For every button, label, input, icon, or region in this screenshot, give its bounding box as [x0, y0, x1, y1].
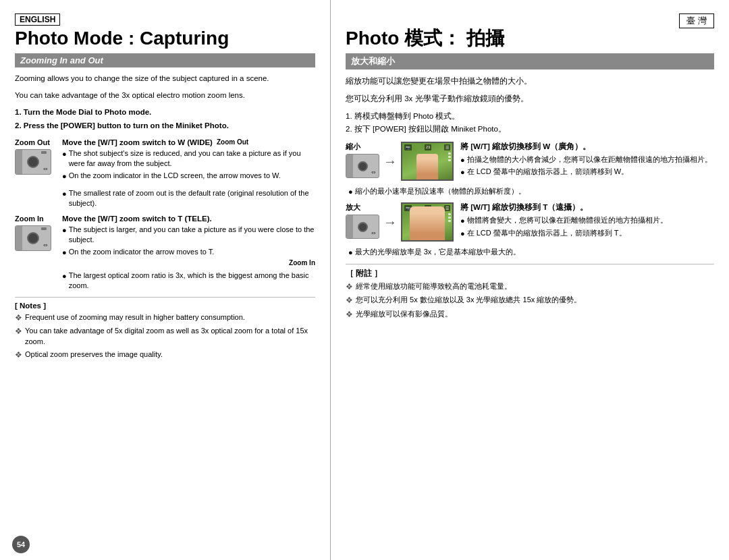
right-cam-label-in: 放大 ⇔ [346, 202, 379, 239]
cam-lens [27, 156, 39, 168]
right-lcd-out: 📷 23 ☰ [401, 142, 454, 181]
ri-bar-1 [448, 152, 451, 155]
step-zh-2-text: 2. 按下 [POWER] 按鈕以開啟 Miniket Photo。 [346, 125, 506, 133]
rzi-dot-extra: ● [348, 248, 353, 258]
right-zi-bullet-2: ● 在 LCD 螢幕中的縮放指示器上，箭頭將移到 T。 [460, 228, 714, 239]
ri-bar-6 [448, 220, 451, 222]
right-note-2-text: 您可以充分利用 5x 數位縮放以及 3x 光學縮放總共 15x 縮放的優勢。 [356, 295, 581, 306]
english-badge: ENGLISH [15, 13, 60, 26]
right-note-1: ❖ 經常使用縮放功能可能導致較高的電池耗電量。 [346, 281, 714, 293]
right-note-3-text: 光學縮放可以保有影像品質。 [356, 309, 452, 320]
bullet-dot-5: ● [62, 271, 67, 291]
section-header-left: Zooming In and Out [15, 53, 315, 67]
right-zoom-out-text: 將 [W/T] 縮放切換移到 W（廣角）。 ● 拍攝之物體的大小將會減少，您將可… [460, 142, 714, 181]
cam-lens-r2 [358, 222, 368, 232]
zoom-in-section: Zoom In ⇔ Move the [W/T] zoom switch to … [15, 215, 315, 267]
rzi-dot-2: ● [460, 229, 465, 239]
right-zi-extra: ● 最大的光學縮放率是 3x，它是基本縮放中最大的。 [348, 247, 714, 258]
notes-title-left: [ Notes ] [15, 302, 315, 310]
right-zoom-out-images: 縮小 ⇔ → 📷 23 ☰ [346, 142, 454, 181]
right-note-1-text: 經常使用縮放功能可能導致較高的電池耗電量。 [356, 281, 512, 293]
lcd-zoom-out: 📷 23 ☰ [401, 142, 454, 181]
lcd-icon-cam: 📷 [404, 144, 412, 150]
ri-bar-5 [448, 217, 451, 219]
right-header-row: 臺 灣 [346, 13, 714, 28]
zoom-in-bullet-1-text: The subject is larger, and you can take … [69, 225, 315, 246]
bullet-dot-4: ● [62, 248, 67, 258]
rzo-dot-1: ● [460, 155, 465, 165]
right-cam-label-out: 縮小 ⇔ [346, 142, 379, 178]
lcd-child-in [410, 206, 445, 240]
taiwan-badge: 臺 灣 [679, 13, 714, 28]
zoom-in-bullet-1: ● The subject is larger, and you can tak… [62, 225, 315, 246]
note-diamond-1: ❖ [15, 312, 22, 324]
ri-bar-3 [448, 159, 451, 161]
zoom-out-label2: Zoom Out [217, 138, 248, 146]
zoom-in-label: Zoom In [15, 215, 57, 223]
notes-title-right: ［ 附註 ］ [346, 269, 714, 279]
page-title-left: Photo Mode : Capturing [15, 28, 315, 49]
cam-grip-2 [16, 226, 22, 250]
note-2-text: You can take advantage of 5x digital zoo… [25, 326, 315, 347]
step-1: 1. Turn the Mode Dial to Photo mode. [15, 107, 315, 118]
right-zoom-in-text: 將 [W/T] 縮放切換移到 T（遠攝）。 ● 物體將會變大，您將可以像在距離物… [460, 202, 714, 242]
notes-section-left: [ Notes ] ❖ Frequent use of zooming may … [15, 297, 315, 362]
right-column: 臺 灣 Photo 模式： 拍攝 放大和縮小 縮放功能可以讓您變更在場景中拍攝之… [331, 0, 729, 560]
zoom-out-header: Move the [W/T] zoom switch to W (WIDE) [62, 138, 213, 146]
note-item-2: ❖ You can take advantage of 5x digital z… [15, 326, 315, 347]
cam-top-btn [41, 151, 47, 154]
note-1-text: Frequent use of zooming may result in hi… [25, 312, 245, 324]
rzi-dot-1: ● [460, 216, 465, 226]
rzo-dot-extra: ● [348, 187, 353, 197]
zoom-out-bullet-1-text: The shot subject's size is reduced, and … [69, 148, 315, 169]
r-diamond-1: ❖ [346, 281, 353, 293]
ri-bar-2 [448, 156, 451, 158]
zh-intro-2: 您可以充分利用 3x 光學電子動作縮放鏡頭的優勢。 [346, 92, 714, 105]
zoom-out-label: Zoom Out [15, 138, 57, 146]
lcd-top-icons-out: 📷 23 ☰ [402, 144, 452, 150]
page-number: 54 [12, 536, 30, 553]
right-zoom-in-label: 放大 [346, 202, 379, 213]
rzo-dot-2: ● [460, 167, 465, 177]
steps-left: 1. Turn the Mode Dial to Photo mode. 2. … [15, 107, 315, 132]
right-zi-b2-text: 在 LCD 螢幕中的縮放指示器上，箭頭將移到 T。 [467, 228, 626, 239]
right-zi-b1-text: 物體將會變大，您將可以像在距離物體很近的地方拍攝相片。 [467, 215, 668, 226]
right-zoom-out-label: 縮小 [346, 142, 379, 152]
cam-top-btn-2 [41, 227, 47, 230]
right-zo-bullet-1: ● 拍攝之物體的大小將會減少，您將可以像在距離物體很遠的地方拍攝相片。 [460, 155, 714, 165]
zoom-in-camera: ⇔ [15, 225, 51, 251]
lcd-child-out [416, 154, 438, 179]
lcd-icon-menu: ☰ [444, 144, 450, 150]
lcd-zoom-in: 📷 23 ☰ [401, 202, 454, 242]
zoom-in-label2: Zoom In [62, 259, 315, 267]
zoom-in-left: Zoom In ⇔ [15, 215, 57, 267]
right-zoom-in-header: 將 [W/T] 縮放切換移到 T（遠攝）。 [460, 202, 714, 213]
right-zi-bullet-1: ● 物體將會變大，您將可以像在距離物體很近的地方拍攝相片。 [460, 215, 714, 226]
step-2: 2. Press the [POWER] button to turn on t… [15, 120, 315, 132]
right-zo-extra-text: 縮小的最小速率是預設速率（物體的原始解析度）。 [355, 186, 526, 197]
zoom-in-bullet-2: ● On the zoom indicator the arrow moves … [62, 247, 315, 258]
zoom-out-bullet-2: ● On the zoom indicator in the LCD scree… [62, 171, 315, 181]
right-zo-b1-text: 拍攝之物體的大小將會減少，您將可以像在距離物體很遠的地方拍攝相片。 [467, 155, 712, 165]
page: ENGLISH Photo Mode : Capturing Zooming I… [0, 0, 729, 560]
note-3-text: Optical zoom preserves the image quality… [25, 349, 163, 361]
zoom-in-extra: ● The largest optical zoom ratio is 3x, … [62, 271, 315, 291]
notes-section-right: ［ 附註 ］ ❖ 經常使用縮放功能可能導致較高的電池耗電量。 ❖ 您可以充分利用… [346, 264, 714, 320]
steps-right: 1. 將模式轉盤轉到 Photo 模式。 2. 按下 [POWER] 按鈕以開啟… [346, 111, 714, 136]
bullet-dot-1: ● [62, 149, 67, 169]
right-zo-bullet-2: ● 在 LCD 螢幕中的縮放指示器上，箭頭將移到 W。 [460, 167, 714, 177]
step-zh-1: 1. 將模式轉盤轉到 Photo 模式。 [346, 111, 714, 122]
right-lcd-in: 📷 23 ☰ [401, 202, 454, 242]
lcd-indicators-in [448, 213, 451, 222]
left-column: ENGLISH Photo Mode : Capturing Zooming I… [0, 0, 331, 560]
intro-text-2: You can take advantage of the 3x optical… [15, 90, 315, 101]
note-diamond-2: ❖ [15, 326, 22, 347]
zoom-out-extra-text: The smallest rate of zoom out is the def… [69, 188, 315, 209]
step-zh-2: 2. 按下 [POWER] 按鈕以開啟 Miniket Photo。 [346, 123, 714, 135]
zoom-out-extra: ● The smallest rate of zoom out is the d… [62, 188, 315, 209]
right-zoom-out-header: 將 [W/T] 縮放切換移到 W（廣角）。 [460, 142, 714, 152]
zoom-in-extra-text: The largest optical zoom ratio is 3x, wh… [69, 271, 315, 291]
bullet-dot-extra: ● [62, 189, 67, 209]
lcd-icon-menu2: ☰ [444, 205, 450, 211]
right-arrow-in: → [383, 215, 397, 230]
